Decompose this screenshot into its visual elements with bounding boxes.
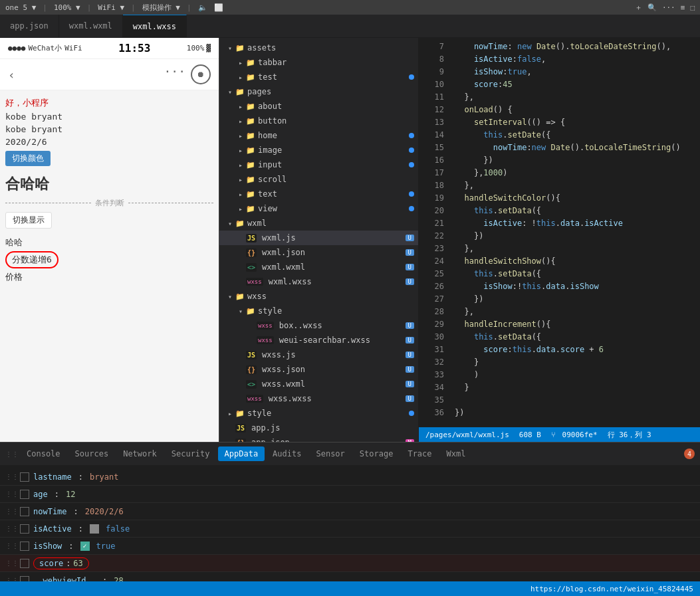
top-sep: | <box>43 3 47 12</box>
code-line: 16 }) <box>419 154 700 167</box>
tree-item-test[interactable]: ▸ 📁 test <box>219 70 418 84</box>
tree-item-text[interactable]: ▸ 📁 text <box>219 187 418 201</box>
tree-item-wxml-json[interactable]: {} wxml.json U <box>219 245 418 260</box>
devtools-tab-bar: ⋮⋮ Console Sources Network Security AppD… <box>0 443 700 466</box>
code-line: 35 <box>419 394 700 407</box>
tree-item-wxml-wxml[interactable]: <> wxml.wxml U <box>219 260 418 274</box>
code-line: 31 score:this.data.score + 6 <box>419 344 700 356</box>
unsaved-badge: U <box>406 395 414 402</box>
tree-item-app-js[interactable]: JS app.js <box>219 421 418 435</box>
drag-dots-icon: ⋮⋮ <box>5 490 16 498</box>
tree-item-style-folder[interactable]: ▾ 📁 style <box>219 304 418 318</box>
code-line: 20 this.setData({ <box>419 205 700 217</box>
js-file-icon: JS <box>246 234 257 243</box>
search-btn[interactable]: 🔍 <box>647 3 657 12</box>
tree-item-home[interactable]: ▸ 📁 home <box>219 128 418 143</box>
expand-checkbox[interactable] <box>20 542 29 551</box>
phone-header: ‹ ··· ⏺ <box>0 59 219 90</box>
tree-item-wxss-json[interactable]: {} wxss.json U <box>219 362 418 377</box>
code-line: 27 }) <box>419 293 700 306</box>
expand-arrow-icon: ▸ <box>235 205 246 213</box>
tree-item-pages[interactable]: ▾ 📁 pages <box>219 84 418 99</box>
drag-dots-icon: ⋮⋮ <box>5 559 16 567</box>
tree-item-scroll[interactable]: ▸ 📁 scroll <box>219 172 418 187</box>
code-line: 23 }, <box>419 243 700 255</box>
tree-item-assets[interactable]: ▾ 📁 assets <box>219 41 418 55</box>
toggle-display-btn[interactable]: 切换显示 <box>5 212 52 229</box>
dt-tab-network[interactable]: Network <box>116 447 164 461</box>
back-arrow-icon[interactable]: ‹ <box>8 68 15 82</box>
tree-item-wxss-folder[interactable]: ▾ 📁 wxss <box>219 289 418 304</box>
expand-checkbox[interactable] <box>20 559 29 568</box>
tree-item-wxss-wxss[interactable]: wxss wxss.wxss U <box>219 391 418 406</box>
code-line: 7 nowTime: new Date().toLocaleDateString… <box>419 41 700 53</box>
tree-item-wxss-js[interactable]: JS wxss.js U <box>219 348 418 362</box>
big-text: 合哈哈 <box>5 174 213 194</box>
mode-selector[interactable]: 模拟操作 ▼ <box>142 3 180 13</box>
tree-item-input[interactable]: ▸ 📁 input <box>219 157 418 172</box>
tab-wxml-wxss[interactable]: wxml.wxss <box>123 15 187 38</box>
code-line: 21 isActive: !this.data.isActive <box>419 217 700 230</box>
tree-item-box-wxss[interactable]: wxss box..wxss U <box>219 318 418 333</box>
folder-icon: 📁 <box>235 44 245 52</box>
code-line: 11 }, <box>419 91 700 104</box>
drag-dots-icon: ⋮⋮ <box>5 508 16 515</box>
color-switch-btn[interactable]: 切换颜色 <box>5 151 51 166</box>
tree-item-wxml-folder[interactable]: ▾ 📁 wxml <box>219 216 418 231</box>
haha-line: 哈哈 <box>5 237 213 248</box>
expand-checkbox[interactable] <box>20 490 29 499</box>
expand-arrow-icon: ▸ <box>235 59 246 66</box>
phone-status-bar: ●●●● WeChat小 WiFi 11:53 100% ▓ <box>0 38 219 59</box>
zoom-level: 100% ▼ <box>54 3 80 12</box>
dt-tab-sources[interactable]: Sources <box>68 447 116 461</box>
file-path: /pages/wxml/wxml.js <box>425 431 509 439</box>
modified-badge <box>409 206 414 211</box>
bottom-status-bar: https://blog.csdn.net/weixin_45824445 <box>0 581 700 596</box>
expand-checkbox[interactable] <box>20 507 29 516</box>
expand-checkbox[interactable] <box>20 576 29 582</box>
tree-item-about[interactable]: ▸ 📁 about <box>219 99 418 114</box>
expand-checkbox[interactable] <box>20 472 29 482</box>
dt-tab-appdata[interactable]: AppData <box>218 447 265 461</box>
tree-item-weui-wxss[interactable]: wxss weui-searchbar.wxss U <box>219 333 418 348</box>
name-line-2: kobe bryant <box>5 124 213 134</box>
tab-app-json[interactable]: app.json <box>0 15 59 38</box>
tree-item-wxml-js[interactable]: JS wxml.js U <box>219 231 418 245</box>
dt-tab-sensor[interactable]: Sensor <box>309 447 351 461</box>
tree-item-button[interactable]: ▸ 📁 button <box>219 114 418 128</box>
js-file-icon: JS <box>235 424 246 433</box>
code-line: 25 this.setData({ <box>419 268 700 280</box>
code-line: 24 handleSwitchShow(){ <box>419 255 700 268</box>
dt-tab-audits[interactable]: Audits <box>266 447 308 461</box>
add-tab-btn[interactable]: ＋ <box>635 3 642 13</box>
tree-item-wxml-wxss[interactable]: wxss wxml.wxss U <box>219 274 418 289</box>
tree-item-tabbar[interactable]: ▸ 📁 tabbar <box>219 55 418 70</box>
bool-false-icon <box>90 524 99 534</box>
greeting-line: 好，小程序 <box>5 97 213 109</box>
tree-item-style2-folder[interactable]: ▸ 📁 style <box>219 406 418 421</box>
dots-menu-btn[interactable]: ··· <box>164 64 185 84</box>
code-area[interactable]: 7 nowTime: new Date().toLocaleDateString… <box>419 38 700 427</box>
tree-item-app-json[interactable]: {} app.json M <box>219 435 418 442</box>
folder-icon: 📁 <box>235 219 245 228</box>
dt-tab-security[interactable]: Security <box>165 447 217 461</box>
expand-checkbox[interactable] <box>20 524 29 534</box>
dt-tab-wxml[interactable]: Wxml <box>440 447 473 461</box>
tree-item-view[interactable]: ▸ 📁 view <box>219 201 418 216</box>
tree-item-wxss-wxml[interactable]: <> wxss.wxml U <box>219 377 418 391</box>
record-btn[interactable]: ⏺ <box>191 64 211 84</box>
folder-icon: 📁 <box>235 88 245 96</box>
split-btn[interactable]: ≡ <box>681 3 685 12</box>
tree-item-image[interactable]: ▸ 📁 image <box>219 143 418 157</box>
dt-tab-storage[interactable]: Storage <box>353 447 400 461</box>
dt-tab-trace[interactable]: Trace <box>401 447 438 461</box>
code-line: 22 }) <box>419 230 700 243</box>
error-count-badge: 4 <box>684 448 695 459</box>
tab-wxml-wxml[interactable]: wxml.wxml <box>59 15 123 38</box>
expand-arrow-icon: ▸ <box>235 132 246 140</box>
dt-tab-console[interactable]: Console <box>20 447 67 461</box>
tab-label: wxml.wxss <box>133 22 176 31</box>
code-line: 12 onLoad() { <box>419 104 700 116</box>
more-btn[interactable]: ··· <box>662 3 675 12</box>
layout-btn[interactable]: ⬚ <box>690 3 695 12</box>
